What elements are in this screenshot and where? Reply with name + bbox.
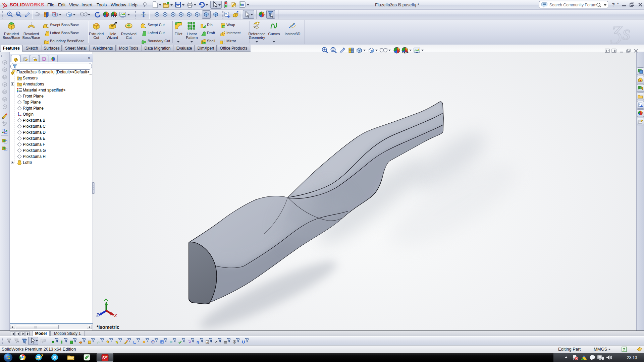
svg-text:SOLID: SOLID [10,2,25,7]
svg-text:Z: Z [96,312,99,317]
svg-text:S: S [102,356,105,360]
svg-text:A: A [234,341,236,344]
svg-text:WORKS: WORKS [25,2,44,7]
svg-text:N: N [197,341,199,344]
svg-text:Ʒs: Ʒs [2,2,7,8]
svg-text:X: X [114,313,117,318]
svg-text:W: W [105,355,108,358]
svg-text:S: S [53,355,56,360]
svg-text:ed: ed [223,26,225,28]
svg-text:?: ? [623,347,625,351]
svg-text:A: A [18,83,20,86]
svg-text:Ʒs: Ʒs [610,21,631,44]
svg-text:A: A [206,341,208,344]
